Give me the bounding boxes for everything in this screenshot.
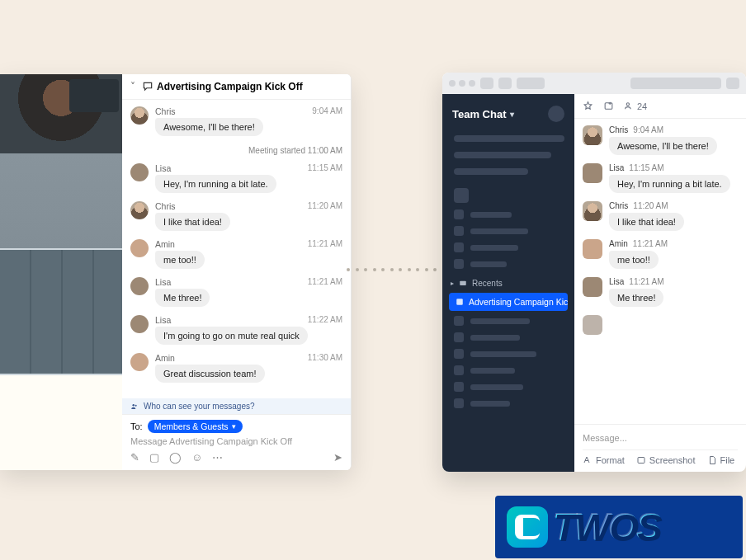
audio-icon[interactable]: ◯ <box>169 451 182 464</box>
sidebar-item-placeholder[interactable] <box>442 329 574 346</box>
meeting-chat-panel: ˅ Advertising Campaign Kick Off Chris Aw… <box>122 74 351 470</box>
message-bubble: me too!! <box>609 251 659 269</box>
send-icon[interactable]: ➤ <box>333 451 342 464</box>
sender-name: Lisa <box>609 163 624 172</box>
message-bubble: me too!! <box>155 251 205 269</box>
message-bubble: Awesome, I'll be there! <box>155 118 263 136</box>
to-label: To: <box>130 421 143 431</box>
message-timestamp: 9:04 AM <box>312 106 342 115</box>
sender-name: Chris <box>609 125 628 134</box>
message-bubble: I like that idea! <box>609 213 684 231</box>
format-button[interactable]: Format <box>583 455 625 465</box>
new-message-button[interactable] <box>548 106 564 122</box>
message-row: Chris9:04 AM Awesome, I'll be there! <box>583 125 738 155</box>
channel-toolbar: 24 <box>574 94 746 119</box>
avatar <box>130 106 149 125</box>
message-input[interactable]: Message Advertising Campaign Kick Off <box>130 433 342 446</box>
avatar <box>583 277 602 297</box>
sidebar-item-placeholder[interactable] <box>442 206 574 223</box>
avatar <box>130 353 149 371</box>
logo-text: TWOS <box>553 506 660 548</box>
message-row: Lisa11:21 AM Me three! <box>583 277 738 307</box>
message-timestamp: 11:21 AM <box>308 239 342 248</box>
sidebar-item-placeholder[interactable] <box>442 239 574 256</box>
privacy-banner[interactable]: Who can see your messages? <box>122 398 351 414</box>
file-button[interactable]: File <box>707 455 735 465</box>
channel-icon <box>456 298 464 306</box>
attach-file-icon[interactable]: ▢ <box>149 451 159 464</box>
logo-icon <box>507 506 548 548</box>
sidebar-item-placeholder[interactable] <box>442 395 574 412</box>
connector-dots <box>347 268 446 273</box>
sidebar-item-placeholder[interactable] <box>442 223 574 239</box>
chat-title: Advertising Campaign Kick Off <box>142 81 303 92</box>
sidebar-section-placeholder <box>454 188 469 203</box>
more-icon[interactable]: ⋯ <box>212 451 223 464</box>
svg-point-1 <box>135 404 137 406</box>
recipient-chip[interactable]: Members & Guests <box>148 420 243 433</box>
collapse-chevron-icon[interactable]: ˅ <box>130 81 135 92</box>
message-bubble: Great discussion team! <box>155 365 265 383</box>
video-background <box>0 153 122 470</box>
avatar <box>130 201 149 219</box>
window-controls[interactable] <box>449 80 475 87</box>
message-row: Chris I like that idea! 11:20 AM <box>130 201 342 231</box>
screenshot-button[interactable]: Screenshot <box>636 455 696 465</box>
avatar <box>130 277 149 295</box>
message-row: Lisa Me three! 11:21 AM <box>130 277 342 307</box>
sidebar-item-placeholder[interactable] <box>454 152 551 158</box>
message-bubble: I'm going to go on mute real quick <box>155 327 308 345</box>
message-bubble: Me three! <box>609 289 663 307</box>
svg-rect-2 <box>460 280 466 285</box>
video-self-thumbnail[interactable] <box>69 79 119 112</box>
avatar <box>130 239 149 257</box>
titlebar-placeholder <box>517 78 545 89</box>
sidebar-item-placeholder[interactable] <box>442 379 574 395</box>
emoji-icon[interactable]: ☺ <box>191 451 202 464</box>
channel-composer: Message... Format Screenshot File <box>574 424 746 472</box>
titlebar-placeholder <box>726 78 739 89</box>
message-row: Amin11:21 AM me too!! <box>583 239 738 269</box>
window-titlebar <box>442 73 746 94</box>
message-timestamp: 11:21 AM <box>633 239 668 248</box>
svg-rect-6 <box>638 458 644 464</box>
members-count[interactable]: 24 <box>624 101 647 111</box>
message-row: Lisa I'm going to go on mute real quick … <box>130 315 342 345</box>
message-timestamp: 11:21 AM <box>629 277 663 286</box>
sidebar-item-placeholder[interactable] <box>454 135 564 142</box>
message-timestamp: 11:30 AM <box>308 353 342 362</box>
message-timestamp: 11:15 AM <box>308 163 342 172</box>
chat-bubble-icon <box>142 81 153 92</box>
sidebar-item-placeholder[interactable] <box>442 256 574 272</box>
star-icon[interactable] <box>583 101 593 111</box>
message-row: Chris11:20 AM I like that idea! <box>583 201 738 231</box>
message-bubble: I like that idea! <box>155 213 230 231</box>
sidebar-item-placeholder[interactable] <box>454 168 528 175</box>
message-bubble: Hey, I'm running a bit late. <box>155 175 276 193</box>
message-bubble: Me three! <box>155 289 210 307</box>
format-icon[interactable]: ✎ <box>130 451 139 464</box>
sidebar-section-recents[interactable]: Recents <box>442 272 574 291</box>
chat-icon <box>459 280 467 288</box>
message-row: Amin Great discussion team! 11:30 AM <box>130 353 342 383</box>
message-bubble: Hey, I'm running a bit late. <box>609 175 730 193</box>
message-row: Lisa Hey, I'm running a bit late. 11:15 … <box>130 163 342 193</box>
avatar <box>583 239 602 259</box>
message-row: Amin me too!! 11:21 AM <box>130 239 342 269</box>
avatar <box>583 125 602 145</box>
sidebar-item-placeholder[interactable] <box>442 313 574 329</box>
sidebar-channel-active[interactable]: Advertising Campaign Kick... <box>449 293 568 311</box>
sidebar-item-placeholder[interactable] <box>442 362 574 379</box>
titlebar-placeholder <box>498 78 512 89</box>
watermark-logo: TWOS <box>495 496 743 558</box>
message-input[interactable]: Message... <box>583 430 738 449</box>
sidebar-item-placeholder[interactable] <box>442 346 574 362</box>
svg-point-0 <box>133 404 135 407</box>
message-timestamp: 11:21 AM <box>308 277 342 286</box>
new-window-icon[interactable] <box>603 101 614 111</box>
channel-feed[interactable]: Chris9:04 AM Awesome, I'll be there! Lis… <box>574 119 746 424</box>
svg-rect-3 <box>456 299 463 305</box>
message-feed[interactable]: Chris Awesome, I'll be there! 9:04 AM Me… <box>122 100 351 398</box>
avatar <box>583 201 602 221</box>
sidebar-title[interactable]: Team Chat <box>452 108 514 120</box>
